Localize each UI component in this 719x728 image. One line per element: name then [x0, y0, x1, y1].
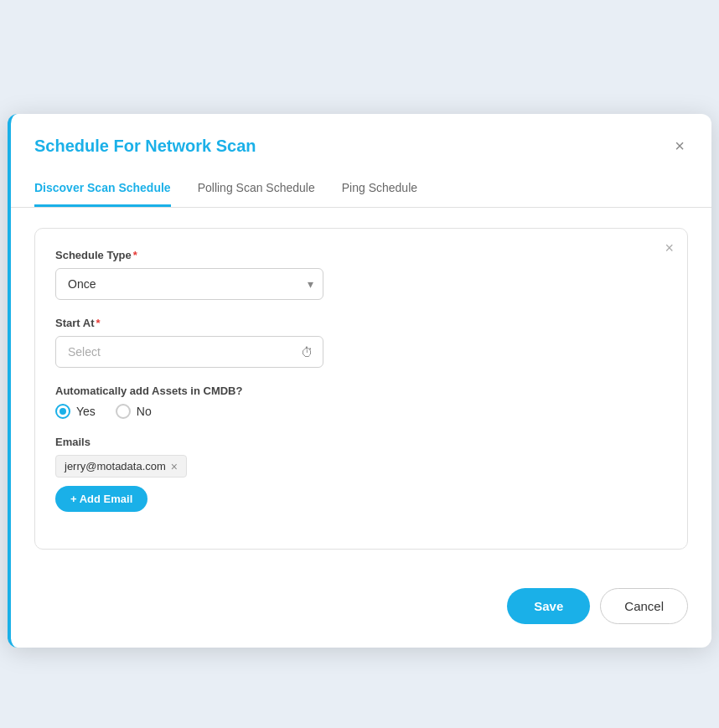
start-at-input[interactable] — [55, 336, 323, 368]
tab-ping-schedule[interactable]: Ping Schedule — [342, 173, 417, 207]
start-at-group: Start At* ⏱ — [55, 317, 667, 368]
auto-add-yes-label[interactable]: Yes — [55, 404, 96, 419]
modal-body: × Schedule Type* Once Hourly Daily Weekl… — [11, 208, 711, 575]
email-tag-remove-button[interactable]: × — [171, 461, 178, 472]
add-email-button[interactable]: + Add Email — [55, 486, 147, 512]
modal-close-button[interactable]: × — [671, 134, 688, 157]
cancel-button[interactable]: Cancel — [600, 588, 688, 624]
emails-label: Emails — [55, 436, 667, 448]
tab-bar: Discover Scan Schedule Polling Scan Sche… — [11, 173, 711, 208]
schedule-type-select[interactable]: Once Hourly Daily Weekly Monthly — [55, 268, 323, 300]
auto-add-no-text: No — [137, 405, 152, 418]
modal-title: Schedule For Network Scan — [34, 137, 256, 156]
emails-group: Emails jerry@motadata.com × + Add Email — [55, 436, 667, 512]
email-tags-container: jerry@motadata.com × — [55, 455, 667, 486]
schedule-type-select-wrapper: Once Hourly Daily Weekly Monthly ▾ — [55, 268, 323, 300]
modal-footer: Save Cancel — [11, 575, 711, 648]
auto-add-assets-radio-group: Yes No — [55, 404, 667, 419]
tab-discover-scan-schedule[interactable]: Discover Scan Schedule — [34, 173, 171, 207]
start-at-input-wrapper: ⏱ — [55, 336, 323, 368]
card-close-button[interactable]: × — [665, 240, 674, 256]
email-tag: jerry@motadata.com × — [55, 455, 187, 478]
auto-add-assets-label: Automatically add Assets in CMDB? — [55, 385, 667, 397]
start-at-required: * — [96, 317, 100, 329]
auto-add-no-label[interactable]: No — [116, 404, 152, 419]
schedule-type-label: Schedule Type* — [55, 249, 667, 261]
auto-add-assets-group: Automatically add Assets in CMDB? Yes No — [55, 385, 667, 419]
email-tag-value: jerry@motadata.com — [65, 460, 166, 472]
schedule-type-required: * — [133, 249, 137, 261]
start-at-label: Start At* — [55, 317, 667, 329]
form-card: × Schedule Type* Once Hourly Daily Weekl… — [34, 228, 688, 550]
auto-add-no-radio[interactable] — [116, 404, 131, 419]
modal-overlay: Schedule For Network Scan × Discover Sca… — [8, 17, 711, 728]
schedule-type-group: Schedule Type* Once Hourly Daily Weekly … — [55, 249, 667, 300]
save-button[interactable]: Save — [507, 588, 590, 624]
modal-header: Schedule For Network Scan × — [11, 114, 711, 173]
auto-add-yes-radio[interactable] — [55, 404, 70, 419]
auto-add-yes-text: Yes — [76, 405, 96, 418]
tab-polling-scan-schedule[interactable]: Polling Scan Schedule — [198, 173, 315, 207]
modal-dialog: Schedule For Network Scan × Discover Sca… — [8, 114, 711, 648]
